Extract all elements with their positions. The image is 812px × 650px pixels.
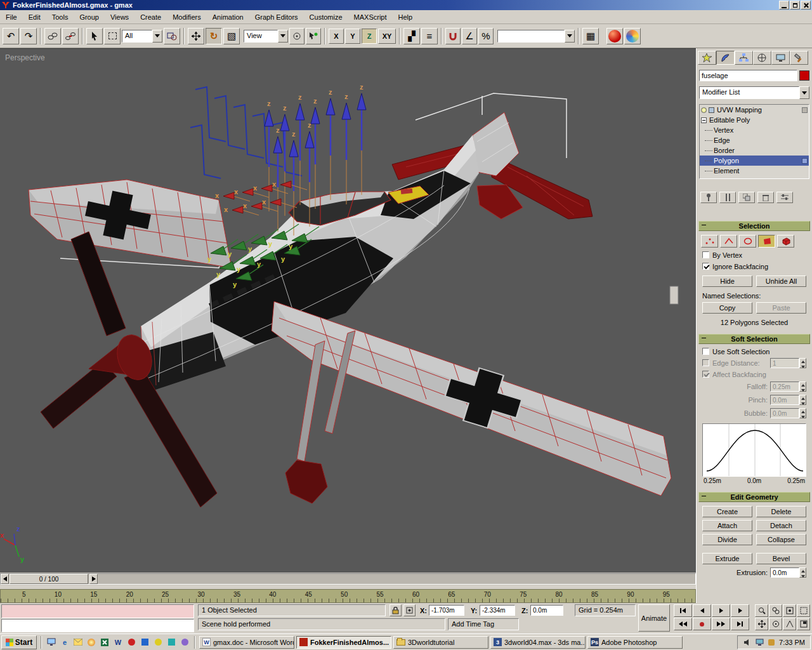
field-of-view-button[interactable] — [783, 618, 796, 630]
align-button[interactable]: ≡ — [421, 28, 438, 44]
extrusion-spinner[interactable] — [799, 567, 806, 578]
listener-script-line[interactable] — [1, 619, 194, 633]
copy-button[interactable]: Copy — [702, 302, 752, 314]
select-move-button[interactable] — [188, 28, 204, 44]
redo-button[interactable]: ↷ — [20, 28, 37, 44]
bubble-field[interactable]: 0.0m — [770, 408, 799, 418]
key-mode-button[interactable] — [693, 618, 711, 630]
undo-button[interactable]: ↶ — [3, 28, 19, 44]
time-slider-thumb[interactable]: 0 / 100 — [10, 574, 88, 584]
z-coordinate-field[interactable]: 0.0m — [530, 605, 563, 616]
add-time-tag-field[interactable]: Add Time Tag — [448, 618, 519, 630]
quick-launch-generic-yellow-icon[interactable] — [152, 637, 164, 648]
selection-lock-button[interactable] — [390, 604, 402, 616]
menu-item[interactable]: Modifiers — [167, 10, 207, 24]
quick-launch-mail-icon[interactable] — [72, 637, 84, 648]
mirror-button[interactable]: ▞ — [403, 28, 420, 44]
quick-launch-word-icon[interactable]: W — [112, 637, 124, 648]
select-and-link-button[interactable] — [44, 28, 61, 44]
menu-item[interactable]: Animation — [207, 10, 249, 24]
minimize-button[interactable] — [779, 1, 789, 10]
time-slider-left-arrow[interactable] — [1, 574, 9, 584]
dropdown-button[interactable] — [152, 30, 162, 43]
quick-launch-generic-blue-icon[interactable] — [139, 637, 150, 648]
quick-launch-ie-icon[interactable]: e — [59, 637, 70, 648]
edit-geometry-button[interactable]: Delete — [756, 506, 806, 517]
window-crossing-button[interactable] — [164, 28, 180, 44]
tab-hierarchy[interactable] — [735, 51, 753, 65]
absolute-offset-toggle-button[interactable] — [403, 604, 416, 616]
quick-launch-desktop-icon[interactable] — [46, 637, 57, 648]
material-editor-button[interactable] — [606, 28, 623, 44]
play-reverse-button[interactable] — [674, 618, 692, 630]
task-word-document[interactable]: W gmax.doc - Microsoft Word — [199, 636, 294, 649]
viewport-canvas[interactable]: zz zz zz zz zz — [0, 49, 696, 573]
stack-row-element[interactable]: Element — [700, 166, 809, 176]
select-and-manipulate-button[interactable] — [306, 28, 321, 44]
menu-item[interactable]: Tools — [46, 10, 74, 24]
use-soft-selection-checkbox[interactable] — [702, 348, 709, 355]
task-gmax[interactable]: FokkerFinishedAlmos... — [296, 636, 391, 649]
stack-row-vertex[interactable]: Vertex — [700, 125, 809, 135]
angle-snap-button[interactable]: ∠ — [462, 28, 477, 44]
tab-utilities[interactable] — [790, 51, 808, 65]
pin-stack-button[interactable] — [700, 192, 717, 203]
reference-coordinate-dropdown[interactable]: View — [244, 30, 288, 43]
hide-button[interactable]: Hide — [702, 275, 752, 287]
unlink-button[interactable] — [62, 28, 79, 44]
quick-launch-media-icon[interactable] — [86, 637, 97, 648]
named-selection-sets-dropdown[interactable] — [497, 30, 575, 43]
y-coordinate-field[interactable]: -2.334m — [480, 605, 515, 616]
configure-modifier-sets-button[interactable] — [776, 192, 793, 203]
stack-row-edge[interactable]: Edge — [700, 135, 809, 145]
edit-geometry-button[interactable]: Divide — [702, 534, 752, 545]
restrict-x-button[interactable]: X — [329, 29, 344, 44]
volume-icon[interactable] — [743, 638, 752, 647]
close-button[interactable] — [801, 1, 811, 10]
lightbulb-icon[interactable] — [701, 107, 707, 113]
edit-geometry-button[interactable]: Detach — [756, 520, 806, 531]
vertex-mode-button[interactable] — [701, 235, 718, 248]
tab-motion[interactable] — [753, 51, 771, 65]
by-vertex-checkbox[interactable] — [702, 251, 709, 258]
viewport-scroll-thumb[interactable] — [670, 286, 678, 304]
task-3dsmax[interactable]: 3 3dworld04.max - 3ds ma... — [490, 636, 586, 649]
listener-macro-line[interactable] — [1, 604, 194, 618]
selection-rollout-header[interactable]: Selection — [698, 221, 810, 231]
task-folder[interactable]: 3Dworldtutorial — [393, 636, 488, 649]
stack-row-polygon[interactable]: Polygon — [700, 156, 809, 166]
quick-launch-excel-icon[interactable] — [99, 637, 110, 648]
bubble-spinner[interactable] — [799, 408, 806, 418]
menu-item[interactable]: Customize — [304, 10, 348, 24]
edge-distance-spinner[interactable] — [799, 358, 806, 368]
start-button[interactable]: Start — [1, 635, 37, 649]
bevel-button[interactable]: Bevel — [756, 553, 806, 564]
show-end-result-button[interactable] — [719, 192, 736, 203]
menu-item[interactable]: Graph Editors — [249, 10, 304, 24]
restrict-y-button[interactable]: Y — [345, 29, 360, 44]
object-name-input[interactable] — [699, 70, 797, 81]
modifier-list-dropdown[interactable]: Modifier List — [699, 86, 809, 99]
select-rotate-button[interactable]: ↻ — [206, 28, 222, 44]
make-unique-button[interactable] — [738, 192, 755, 203]
restrict-z-button[interactable]: Z — [362, 29, 377, 44]
use-pivot-center-button[interactable] — [289, 28, 304, 44]
zoom-extents-button[interactable] — [783, 604, 796, 617]
rect-selection-region-button[interactable] — [104, 28, 121, 44]
restore-button[interactable] — [790, 1, 800, 10]
antivirus-icon[interactable] — [767, 638, 776, 647]
display-settings-icon[interactable] — [755, 638, 764, 647]
menu-item[interactable]: File — [0, 10, 23, 24]
play-button[interactable] — [712, 604, 730, 617]
zoom-all-button[interactable] — [769, 604, 782, 617]
menu-item[interactable]: Group — [74, 10, 105, 24]
go-to-start-button[interactable] — [674, 604, 692, 617]
quick-launch-generic-purple-icon[interactable] — [179, 637, 190, 648]
collapse-icon[interactable] — [701, 117, 707, 123]
edge-distance-checkbox[interactable] — [702, 359, 709, 366]
pan-button[interactable] — [755, 618, 768, 630]
dropdown-button[interactable] — [799, 86, 809, 99]
restrict-xy-plane-button[interactable]: XY — [378, 29, 396, 44]
extrude-button[interactable]: Extrude — [702, 553, 752, 564]
select-object-button[interactable] — [86, 28, 103, 44]
